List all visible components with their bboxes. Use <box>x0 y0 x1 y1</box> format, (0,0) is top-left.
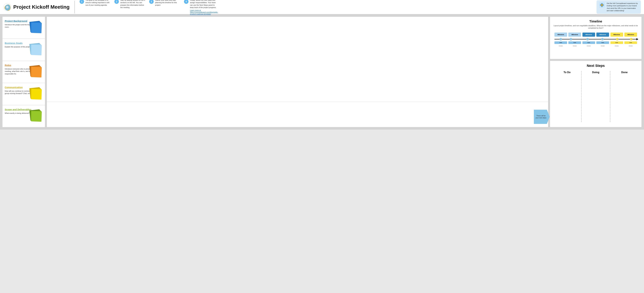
kanban-col-todo-title: To Do <box>564 71 570 74</box>
details-4: Details <box>596 45 609 47</box>
arrow-text: These will be your next steps <box>535 115 547 119</box>
main-canvas: Project Background Introduce the project… <box>0 14 644 130</box>
section-roles: Roles Introduce everyone who is present … <box>2 61 45 83</box>
kanban-doing-area <box>582 76 610 122</box>
timeline-track: Milestone Milestone Milestone Milestone … <box>553 32 638 56</box>
timeline-section: Timeline Layout project timelines, and n… <box>550 16 642 59</box>
right-panel: Timeline Layout project timelines, and n… <box>550 16 642 127</box>
kanban-board: To Do Doing Done <box>553 71 638 122</box>
sections-panel: Project Background Introduce the project… <box>2 16 45 127</box>
section-project-background: Project Background Introduce the project… <box>2 16 45 39</box>
logo-icon <box>3 3 12 11</box>
step-4-link[interactable]: Learn more at https://conceptboard.com/b… <box>190 9 218 15</box>
header-steps: 1 The goal of this template is to ensure… <box>80 0 592 15</box>
notes-bottom: These will be your next steps <box>47 102 548 127</box>
svg-point-1 <box>6 6 8 8</box>
date-3: Date <box>582 41 595 44</box>
details-1: Details <box>554 45 567 47</box>
date-6: Date <box>624 41 637 44</box>
step-4: 4 Finally, define the next steps and ass… <box>184 0 216 15</box>
logo-area: Project Kickoff Meeting <box>3 3 70 11</box>
kanban-col-done-title: Done <box>621 71 628 74</box>
timeline-subtitle: Layout project timelines, and non-negoti… <box>553 24 638 29</box>
step-1-circle: 1 <box>80 0 84 4</box>
timeline-title: Timeline <box>553 19 638 23</box>
step-2: 2 Start by adding stickies on the 5 sect… <box>114 0 146 9</box>
step-1-text: The goal of this template is to ensure n… <box>86 0 111 6</box>
notes-main <box>47 16 548 102</box>
details-5: Details <box>610 45 623 47</box>
date-4: Date <box>596 41 609 44</box>
kanban-col-todo: To Do <box>553 71 581 122</box>
step-2-text: Start by adding stickies on the 5 sectio… <box>120 0 146 9</box>
promo-text: Get the full Conceptboard experience by … <box>607 2 638 12</box>
milestone-3: Milestone <box>582 32 595 37</box>
kanban-col-doing: Doing <box>582 71 610 122</box>
next-steps-title: Next Steps <box>553 64 638 68</box>
header: Project Kickoff Meeting 1 The goal of th… <box>0 0 644 14</box>
step-4-circle: 4 <box>184 0 188 4</box>
header-title: Project Kickoff Meeting <box>13 4 70 10</box>
step-3-circle: 3 <box>149 0 154 4</box>
milestone-1: Milestone <box>554 32 567 37</box>
date-1: Date <box>554 41 567 44</box>
step-3: 3 Gather your team and start planning th… <box>149 0 181 6</box>
step-2-circle: 2 <box>114 0 119 4</box>
date-2: Date <box>568 41 581 44</box>
kanban-done-area <box>610 76 638 122</box>
promo-banner: Get the full Conceptboard experience by … <box>596 0 641 14</box>
milestone-2: Milestone <box>568 32 581 37</box>
milestone-6: Milestone <box>624 32 637 37</box>
milestone-4: Milestone <box>596 32 609 37</box>
notes-area: These will be your next steps <box>47 16 548 127</box>
section-business-goals: Business Goals Explain the purpose of th… <box>2 39 45 61</box>
next-steps-section: Next Steps To Do Doing Done <box>550 61 642 127</box>
header-divider <box>74 1 75 13</box>
step-3-text: Gather your team and start planning the … <box>155 0 181 6</box>
step-1: 1 The goal of this template is to ensure… <box>80 0 111 6</box>
details-2: Details <box>568 45 581 47</box>
step-4-text: Finally, define the next steps and assig… <box>190 0 218 9</box>
arrow-shape: These will be your next steps <box>534 110 550 124</box>
kanban-col-doing-title: Doing <box>592 71 599 74</box>
milestone-5: Milestone <box>610 32 623 37</box>
details-6: Details <box>624 45 637 47</box>
promo-icon <box>599 2 605 8</box>
details-3: Details <box>582 45 595 47</box>
date-5: Date <box>610 41 623 44</box>
kanban-col-done: Done <box>610 71 638 122</box>
kanban-todo-area <box>553 76 581 122</box>
section-scope-deliverables: Scope and Deliverables What exactly is b… <box>2 105 45 127</box>
section-communication: Communication How will you continue to c… <box>2 83 45 105</box>
